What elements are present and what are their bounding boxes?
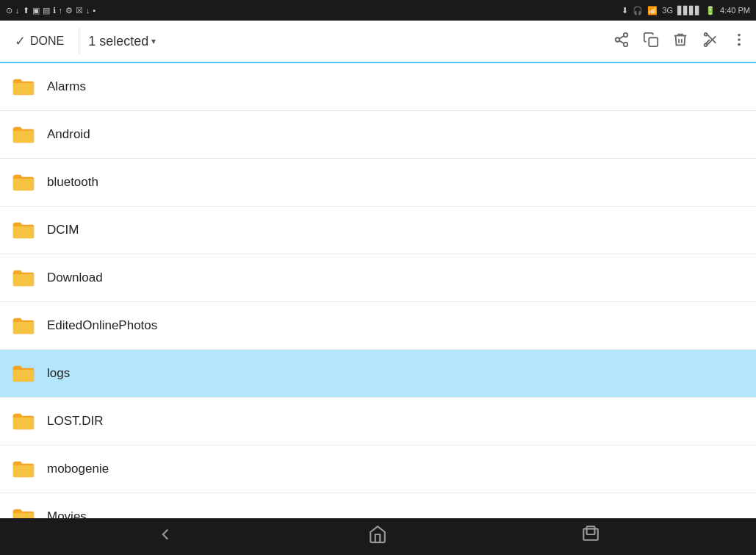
action-icons-group	[613, 32, 747, 51]
folder-icon	[12, 459, 35, 479]
copy-icon[interactable]	[643, 32, 659, 51]
svg-point-13	[738, 43, 741, 46]
folder-icon	[12, 506, 35, 518]
divider	[79, 28, 79, 54]
selected-count: 1 selected ▾	[88, 34, 608, 49]
file-name-label: mobogenie	[47, 462, 109, 476]
status-bar: ⊙ ↓ ⬆ ▣ ▤ ℹ ↑ ⚙ ☒ ↓ ▪ ⬇ 🎧 📶 3G ▋▋▋▋ 🔋 4:…	[0, 0, 756, 21]
list-item[interactable]: Alarms	[0, 63, 756, 111]
action-bar: ✓ DONE 1 selected ▾	[0, 21, 756, 63]
svg-point-12	[738, 38, 741, 41]
signal-label: 3G	[662, 6, 673, 15]
file-name-label: EditedOnlinePhotos	[47, 318, 157, 333]
file-name-label: Alarms	[47, 79, 86, 94]
status-icon-8: ⚙	[65, 6, 73, 15]
status-left-icons: ⊙ ↓ ⬆ ▣ ▤ ℹ ↑ ⚙ ☒ ↓ ▪	[6, 6, 96, 15]
status-icon-7: ↑	[59, 6, 63, 15]
status-icon-1: ⊙	[6, 6, 12, 15]
status-icon-3: ⬆	[23, 6, 29, 15]
signal-bars: ▋▋▋▋	[677, 6, 701, 15]
folder-icon	[12, 220, 35, 240]
done-button[interactable]: ✓ DONE	[9, 30, 70, 52]
folder-icon	[12, 172, 35, 193]
svg-point-6	[705, 43, 708, 46]
list-item[interactable]: logs	[0, 350, 756, 398]
svg-point-0	[624, 32, 628, 37]
delete-icon[interactable]	[672, 32, 688, 51]
svg-line-4	[619, 35, 624, 38]
svg-rect-15	[587, 526, 595, 534]
svg-point-7	[705, 32, 708, 35]
list-item[interactable]: bluetooth	[0, 159, 756, 207]
check-icon: ✓	[15, 33, 26, 49]
file-name-label: LOST.DIR	[47, 414, 104, 429]
list-item[interactable]: Android	[0, 111, 756, 159]
status-icon-2: ↓	[15, 6, 20, 15]
status-icon-11: ▪	[93, 6, 96, 15]
list-item[interactable]: Movies	[0, 493, 756, 518]
share-icon[interactable]	[613, 32, 630, 51]
folder-icon	[12, 124, 35, 145]
bluetooth-icon: ⬇	[622, 6, 628, 15]
file-name-label: logs	[47, 366, 70, 381]
list-item[interactable]: mobogenie	[0, 445, 756, 493]
back-button[interactable]	[156, 525, 175, 548]
recents-button[interactable]	[581, 525, 600, 548]
file-name-label: Android	[47, 127, 90, 142]
svg-line-3	[619, 40, 624, 43]
status-icon-9: ☒	[76, 6, 83, 15]
folder-icon	[12, 76, 35, 97]
svg-point-2	[624, 42, 628, 46]
status-right-icons: ⬇ 🎧 📶 3G ▋▋▋▋ 🔋 4:40 PM	[622, 6, 750, 15]
list-item[interactable]: EditedOnlinePhotos	[0, 302, 756, 350]
done-label: DONE	[30, 35, 64, 48]
status-icon-10: ↓	[86, 6, 90, 15]
status-icon-6: ℹ	[53, 6, 56, 15]
list-item[interactable]: LOST.DIR	[0, 398, 756, 445]
wifi-icon: 📶	[647, 6, 658, 15]
dropdown-arrow-icon: ▾	[151, 36, 156, 46]
time-label: 4:40 PM	[720, 6, 750, 15]
list-item[interactable]: Download	[0, 254, 756, 302]
folder-icon	[12, 315, 35, 336]
file-name-label: Movies	[47, 509, 87, 518]
more-options-icon[interactable]	[731, 32, 747, 51]
status-icon-4: ▣	[32, 6, 40, 15]
folder-icon	[12, 268, 35, 288]
svg-point-1	[616, 37, 620, 42]
file-name-label: DCIM	[47, 223, 79, 237]
folder-icon	[12, 411, 35, 432]
folder-icon	[12, 363, 35, 384]
list-item[interactable]: DCIM	[0, 207, 756, 254]
svg-rect-5	[649, 37, 658, 46]
headphone-icon: 🎧	[633, 6, 643, 15]
file-list: Alarms Android bluetooth DCIM Download	[0, 63, 756, 518]
status-icon-5: ▤	[43, 6, 50, 15]
selected-text-label: 1 selected	[88, 34, 148, 49]
svg-point-11	[738, 33, 741, 36]
nav-bar	[0, 518, 756, 555]
file-name-label: bluetooth	[47, 175, 98, 190]
battery-icon: 🔋	[705, 6, 716, 15]
file-name-label: Download	[47, 271, 103, 285]
cut-icon[interactable]	[702, 32, 718, 51]
home-button[interactable]	[368, 525, 387, 548]
